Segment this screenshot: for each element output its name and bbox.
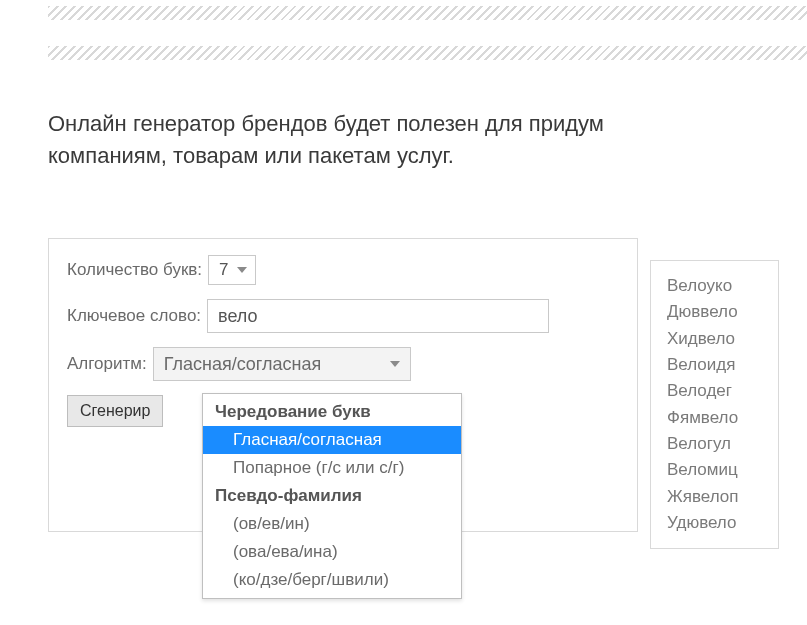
result-item: Фямвело bbox=[667, 405, 738, 431]
option-ova-eva-ina[interactable]: (ова/ева/ина) bbox=[203, 538, 461, 566]
algorithm-select[interactable]: Гласная/согласная bbox=[153, 347, 411, 381]
row-letters: Количество букв: 7 bbox=[67, 255, 619, 285]
keyword-label: Ключевое слово: bbox=[67, 306, 201, 326]
algorithm-dropdown: Чередование букв Гласная/согласная Попар… bbox=[202, 393, 462, 599]
hatched-divider-1 bbox=[48, 6, 807, 20]
results-panel: Велоуко Дюввело Хидвело Велоидя Велодег … bbox=[650, 260, 779, 549]
intro-text: Онлайн генератор брендов будет полезен д… bbox=[48, 108, 807, 172]
result-item: Дюввело bbox=[667, 299, 738, 325]
letters-select[interactable]: 7 bbox=[208, 255, 255, 285]
row-algorithm: Алгоритм: Гласная/согласная bbox=[67, 347, 619, 381]
option-ov-ev-in[interactable]: (ов/ев/ин) bbox=[203, 510, 461, 538]
optgroup-pseudo-surname: Псевдо-фамилия bbox=[203, 482, 461, 510]
generate-button[interactable]: Сгенерир bbox=[67, 395, 163, 427]
result-item: Жявелоп bbox=[667, 484, 738, 510]
result-item: Велоуко bbox=[667, 273, 738, 299]
result-item: Велогул bbox=[667, 431, 738, 457]
row-keyword: Ключевое слово: bbox=[67, 299, 619, 333]
option-pairwise[interactable]: Попарное (г/с или с/г) bbox=[203, 454, 461, 482]
intro-line-2: компаниям, товарам или пакетам услуг. bbox=[48, 140, 807, 172]
keyword-input[interactable] bbox=[207, 299, 549, 333]
option-ko-dze-berg-shvili[interactable]: (ко/дзе/берг/швили) bbox=[203, 566, 461, 594]
chevron-down-icon bbox=[237, 267, 247, 273]
algorithm-label: Алгоритм: bbox=[67, 354, 147, 374]
letters-label: Количество букв: bbox=[67, 260, 202, 280]
result-item: Веломиц bbox=[667, 457, 738, 483]
result-item: Хидвело bbox=[667, 326, 738, 352]
result-item: Удювело bbox=[667, 510, 738, 536]
algorithm-value: Гласная/согласная bbox=[164, 354, 322, 375]
optgroup-letter-alternation: Чередование букв bbox=[203, 398, 461, 426]
intro-line-1: Онлайн генератор брендов будет полезен д… bbox=[48, 108, 807, 140]
result-item: Велодег bbox=[667, 378, 738, 404]
letters-value: 7 bbox=[219, 260, 228, 280]
result-item: Велоидя bbox=[667, 352, 738, 378]
option-vowel-consonant[interactable]: Гласная/согласная bbox=[203, 426, 461, 454]
hatched-divider-2 bbox=[48, 46, 807, 60]
chevron-down-icon bbox=[390, 361, 400, 367]
